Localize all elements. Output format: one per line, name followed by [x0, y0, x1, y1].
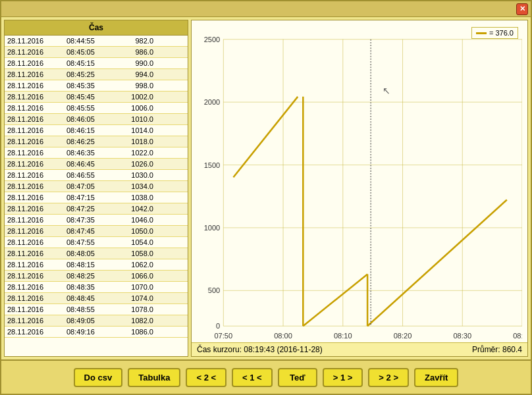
cell-date: 28.11.2016: [5, 159, 64, 169]
cell-value: 1034.0: [117, 182, 156, 191]
cell-time: 08:48:15: [64, 260, 117, 269]
svg-text:2000: 2000: [204, 98, 221, 106]
next2-button[interactable]: > 2 >: [368, 368, 409, 387]
cell-time: 08:46:35: [64, 148, 117, 157]
cell-date: 28.11.2016: [5, 137, 64, 146]
svg-text:08:30: 08:30: [453, 332, 471, 340]
cell-time: 08:44:55: [64, 36, 117, 45]
cell-value: 982.0: [117, 36, 156, 45]
svg-text:1000: 1000: [204, 224, 221, 232]
cell-date: 28.11.2016: [5, 103, 64, 113]
zavrit-button[interactable]: Zavřít: [414, 368, 458, 387]
cell-value: 1042.0: [117, 204, 156, 213]
cell-date: 28.11.2016: [5, 215, 64, 224]
chart-status-bar: Čas kurzoru: 08:19:43 (2016-11-28) Průmě…: [192, 342, 527, 356]
cell-value: 1018.0: [117, 137, 156, 146]
table-row: 28.11.2016 08:48:45 1074.0: [5, 293, 188, 304]
cell-value: 1062.0: [117, 260, 156, 269]
table-row: 28.11.2016 08:45:45 1002.0: [5, 92, 188, 103]
cell-value: 1054.0: [117, 238, 156, 247]
cell-value: 998.0: [117, 81, 156, 90]
table-row: 28.11.2016 08:48:15 1062.0: [5, 259, 188, 271]
table-panel: Čas 28.11.2016 08:44:55 982.0 28.11.2016…: [4, 20, 188, 357]
cell-time: 08:46:05: [64, 115, 117, 124]
cell-value: 1074.0: [117, 294, 156, 303]
table-row: 28.11.2016 08:49:05 1082.0: [5, 315, 188, 327]
cell-time: 08:49:05: [64, 316, 117, 325]
chart-area: = 376.0: [192, 20, 527, 342]
cell-value: 1006.0: [117, 103, 156, 113]
table-row: 28.11.2016 08:47:25 1042.0: [5, 203, 188, 215]
cell-value: 994.0: [117, 70, 156, 79]
table-row: 28.11.2016 08:48:35 1070.0: [5, 282, 188, 293]
table-row: 28.11.2016 08:45:55 1006.0: [5, 103, 188, 114]
table-row: 28.11.2016 08:45:15 990.0: [5, 58, 188, 69]
close-button[interactable]: ✕: [516, 3, 528, 15]
table-row: 28.11.2016 08:46:55 1030.0: [5, 170, 188, 181]
legend-color-swatch: [476, 32, 487, 34]
table-row: 28.11.2016 08:46:35 1022.0: [5, 147, 188, 159]
table-row: 28.11.2016 08:48:25 1066.0: [5, 271, 188, 282]
svg-text:08:40: 08:40: [513, 332, 522, 340]
tabulka-button[interactable]: Tabulka: [128, 368, 180, 387]
cell-value: 1022.0: [117, 148, 156, 157]
cell-time: 08:47:15: [64, 193, 117, 202]
svg-text:2500: 2500: [204, 36, 221, 43]
next1-button[interactable]: > 1 >: [323, 368, 363, 387]
prev1-button[interactable]: < 1 <: [232, 368, 273, 387]
cell-date: 28.11.2016: [5, 238, 64, 247]
cell-date: 28.11.2016: [5, 282, 64, 292]
table-row: 28.11.2016 08:46:45 1026.0: [5, 159, 188, 170]
cell-time: 08:48:05: [64, 249, 117, 258]
cell-time: 08:48:35: [64, 282, 117, 292]
cell-date: 28.11.2016: [5, 148, 64, 157]
cell-value: 1070.0: [117, 282, 156, 292]
cell-value: 1010.0: [117, 115, 156, 124]
average-value: Průměr: 860.4: [472, 345, 522, 354]
prev2-button[interactable]: < 2 <: [186, 368, 226, 387]
cell-date: 28.11.2016: [5, 81, 64, 90]
bottom-bar: Do csv Tabulka < 2 < < 1 < Teď > 1 > > 2…: [1, 359, 531, 394]
cell-time: 08:45:05: [64, 47, 117, 57]
svg-text:08:20: 08:20: [394, 332, 412, 340]
table-row: 28.11.2016 08:47:45 1050.0: [5, 226, 188, 237]
cell-value: 1014.0: [117, 126, 156, 135]
table-row: 28.11.2016 08:46:05 1010.0: [5, 114, 188, 125]
chart-panel: = 376.0: [191, 20, 528, 357]
cell-time: 08:46:55: [64, 171, 117, 180]
cell-date: 28.11.2016: [5, 36, 64, 45]
table-row: 28.11.2016 08:46:15 1014.0: [5, 125, 188, 136]
table-row: 28.11.2016 08:47:05 1034.0: [5, 181, 188, 192]
svg-text:1500: 1500: [204, 161, 221, 169]
legend-label: = 376.0: [489, 29, 514, 37]
cell-value: 1002.0: [117, 92, 156, 101]
svg-text:0: 0: [216, 322, 220, 330]
svg-text:08:00: 08:00: [274, 332, 292, 340]
svg-text:↖: ↖: [383, 86, 390, 96]
cell-date: 28.11.2016: [5, 305, 64, 314]
table-row: 28.11.2016 08:47:35 1046.0: [5, 215, 188, 226]
cell-time: 08:46:45: [64, 159, 117, 169]
table-body[interactable]: 28.11.2016 08:44:55 982.0 28.11.2016 08:…: [5, 36, 188, 356]
cell-value: 1058.0: [117, 249, 156, 258]
title-bar: ✕: [1, 1, 531, 17]
svg-text:08:10: 08:10: [334, 332, 352, 340]
cell-time: 08:45:55: [64, 103, 117, 113]
table-header: Čas: [5, 20, 188, 36]
cell-time: 08:47:35: [64, 215, 117, 224]
table-row: 28.11.2016 08:47:55 1054.0: [5, 237, 188, 248]
chart-svg[interactable]: 0 500 1000 1500 2000 2500 07:50 08:00 08…: [197, 26, 522, 340]
cell-time: 08:49:16: [64, 327, 117, 336]
ted-button[interactable]: Teď: [278, 368, 317, 387]
cell-date: 28.11.2016: [5, 260, 64, 269]
table-row: 28.11.2016 08:48:55 1078.0: [5, 304, 188, 315]
cell-time: 08:47:55: [64, 238, 117, 247]
cell-date: 28.11.2016: [5, 271, 64, 280]
do-csv-button[interactable]: Do csv: [74, 368, 123, 387]
cell-time: 08:47:05: [64, 182, 117, 191]
cell-date: 28.11.2016: [5, 193, 64, 202]
cursor-time: Čas kurzoru: 08:19:43 (2016-11-28): [197, 345, 323, 354]
cell-value: 990.0: [117, 59, 156, 68]
cell-date: 28.11.2016: [5, 70, 64, 79]
cell-date: 28.11.2016: [5, 182, 64, 191]
